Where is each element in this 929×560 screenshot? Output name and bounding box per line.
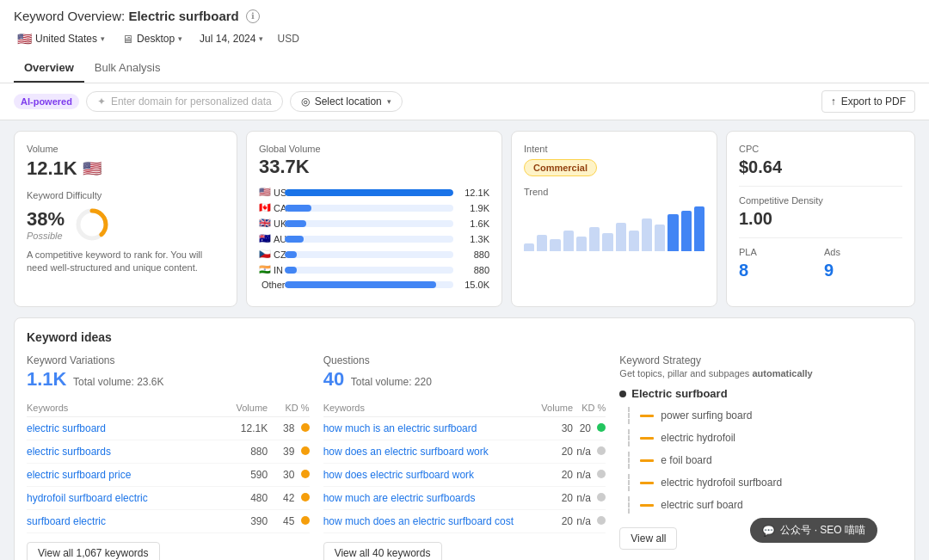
orange-dot-icon — [301, 516, 310, 525]
watermark-text: 公众号 · SEO 喵喵 — [780, 523, 865, 538]
country-value: 1.6K — [458, 218, 489, 229]
kd-value-row: 38% Possible — [27, 206, 225, 243]
country-row: 🇮🇳IN 880 — [259, 264, 489, 275]
country-row: 🇦🇺AU 1.3K — [259, 233, 489, 244]
bar-fill — [285, 220, 306, 227]
trend-bar — [550, 239, 560, 251]
toolbar-left: AI-powered ✦ Enter domain for personaliz… — [14, 91, 403, 112]
table-row: electric surfboard price 590 30 — [27, 464, 310, 487]
tab-bulk-analysis[interactable]: Bulk Analysis — [84, 54, 171, 83]
ai-badge: AI-powered — [14, 94, 79, 109]
questions-section: Questions 40 Total volume: 220 Keywords … — [323, 354, 606, 560]
export-label: Export to PDF — [841, 95, 906, 108]
keyword-link[interactable]: electric surfboard price — [27, 469, 131, 481]
date-filter[interactable]: Jul 14, 2024 ▾ — [196, 31, 267, 46]
keyword-link[interactable]: how does electric surfboard work — [323, 469, 474, 481]
intent-badge: Commercial — [524, 159, 597, 176]
view-all-questions-button[interactable]: View all 40 keywords — [323, 542, 442, 560]
strategy-line-icon — [640, 415, 654, 417]
strategy-item-text: electric hydrofoil surfboard — [661, 477, 782, 489]
kd-possible: Possible — [27, 231, 65, 241]
trend-bar — [642, 218, 652, 251]
country-code: 🇨🇦CA — [259, 202, 280, 213]
keyword-link[interactable]: hydrofoil surfboard electric — [27, 492, 148, 504]
domain-input[interactable]: ✦ Enter domain for personalized data — [86, 91, 283, 112]
table-row: how much are electric surfboards 20 n/a — [323, 487, 606, 510]
country-label: United States — [35, 33, 97, 45]
volume-label: Volume — [27, 144, 225, 154]
chevron-down-icon: ▾ — [178, 34, 182, 43]
tree-line — [628, 407, 630, 424]
keyword-link[interactable]: how much are electric surfboards — [323, 492, 476, 504]
strategy-item-text: e foil board — [661, 454, 711, 466]
keyword-link[interactable]: surfboard electric — [27, 515, 106, 527]
country-filter[interactable]: 🇺🇸 United States ▾ — [14, 30, 108, 47]
trend-bar — [694, 206, 704, 251]
kd-description: A competitive keyword to rank for. You w… — [27, 249, 225, 275]
orange-dot-icon — [301, 493, 310, 502]
gv-label: Global Volume — [259, 144, 489, 154]
bar-fill — [285, 251, 297, 258]
kd-cell: 45 — [268, 510, 309, 533]
strategy-item: electric hydrofoil — [619, 429, 902, 446]
keyword-link[interactable]: electric surfboard — [27, 422, 106, 434]
table-row: how much does an electric surfboard cost… — [323, 510, 606, 533]
view-all-strategy-button[interactable]: View all — [619, 527, 677, 550]
header: Keyword Overview: Electric surfboard ℹ 🇺… — [0, 0, 929, 83]
table-row: how does electric surfboard work 20 n/a — [323, 464, 606, 487]
country-code: 🇮🇳IN — [259, 264, 280, 275]
location-btn[interactable]: ◎ Select location ▾ — [290, 91, 403, 112]
strategy-item: electric hydrofoil surfboard — [619, 474, 902, 491]
green-dot-icon — [597, 423, 606, 432]
tab-overview[interactable]: Overview — [14, 54, 84, 83]
trend-bar — [563, 231, 574, 251]
kd-cell: 42 — [268, 487, 309, 510]
bar-track — [285, 220, 453, 227]
keyword-link[interactable]: how does an electric surfboard work — [323, 446, 489, 458]
ads-value: 9 — [824, 261, 902, 280]
device-filter[interactable]: 🖥 Desktop ▾ — [119, 31, 186, 47]
gv-value: 33.7K — [259, 156, 489, 178]
keyword-link[interactable]: electric surfboards — [27, 446, 111, 458]
bar-track — [285, 281, 453, 288]
col-keywords: Keywords — [27, 399, 218, 417]
view-all-variations-button[interactable]: View all 1,067 keywords — [27, 542, 160, 560]
trend-bar — [668, 214, 678, 251]
strategy-desc: Get topics, pillar and subpages automati… — [619, 368, 902, 378]
main-content: Volume 12.1K 🇺🇸 Keyword Difficulty 38% P… — [0, 120, 929, 560]
trend-bar — [616, 223, 626, 251]
density-value: 1.00 — [739, 209, 902, 229]
col-kd: KD % — [268, 399, 309, 417]
questions-table: Keywords Volume KD % how much is an elec… — [323, 399, 606, 533]
country-value: 15.0K — [458, 280, 489, 290]
keyword-link[interactable]: how much is an electric surfboard — [323, 422, 477, 434]
country-code: Other — [259, 280, 280, 290]
strategy-item-text: electric hydrofoil — [661, 432, 735, 444]
tree-line — [628, 474, 630, 491]
toolbar: AI-powered ✦ Enter domain for personaliz… — [0, 83, 929, 120]
kd-cell: n/a — [573, 464, 606, 487]
country-value: 1.9K — [458, 203, 489, 213]
trend-label: Trend — [524, 187, 704, 197]
header-filters: 🇺🇸 United States ▾ 🖥 Desktop ▾ Jul 14, 2… — [14, 30, 915, 47]
volume-kd-card: Volume 12.1K 🇺🇸 Keyword Difficulty 38% P… — [14, 131, 237, 307]
wechat-icon: 💬 — [762, 525, 775, 537]
table-row: surfboard electric 390 45 — [27, 510, 310, 533]
gray-dot-icon — [597, 470, 606, 478]
domain-placeholder: Enter domain for personalized data — [111, 95, 272, 108]
col-volume-q: Volume — [538, 399, 573, 417]
cursor-icon: ✦ — [97, 95, 106, 108]
export-button[interactable]: ↑ Export to PDF — [821, 90, 915, 113]
volume-cell: 20 — [538, 510, 573, 533]
keyword-link[interactable]: how much does an electric surfboard cost — [323, 515, 514, 527]
questions-label: Questions — [323, 354, 606, 366]
metrics-row: Volume 12.1K 🇺🇸 Keyword Difficulty 38% P… — [14, 131, 915, 307]
volume-cell: 30 — [538, 417, 573, 440]
col-kd-q: KD % — [573, 399, 606, 417]
strategy-line-icon — [640, 437, 654, 440]
col-volume: Volume — [218, 399, 268, 417]
intent-trend-card: Intent Commercial Trend — [511, 131, 717, 307]
variations-table: Keywords Volume KD % electric surfboard … — [27, 399, 310, 533]
country-code: 🇦🇺AU — [259, 233, 280, 244]
info-icon[interactable]: ℹ — [246, 9, 260, 23]
